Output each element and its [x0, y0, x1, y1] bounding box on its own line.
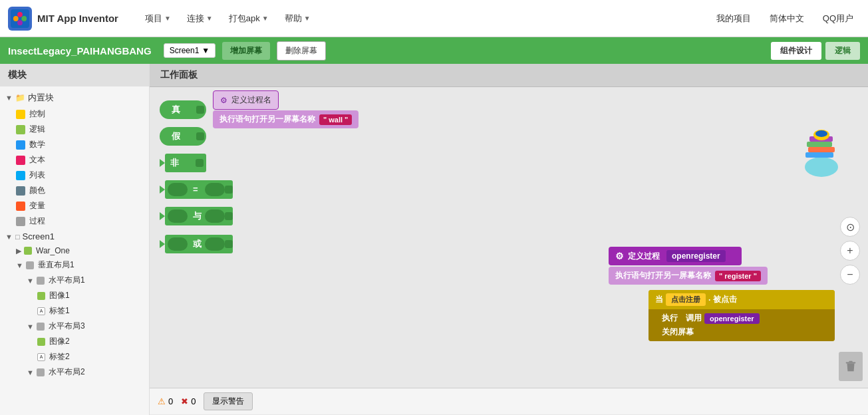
- vertical-layout1-icon: [26, 261, 34, 269]
- bottom-bar: ⚠ 0 ✖ 0 显示警告: [150, 388, 868, 414]
- goto-label: 执行语句打开另一屏幕名称: [219, 114, 315, 125]
- blocks-tree: ▼ 📁 内置块 控制 逻辑 数学: [0, 86, 149, 415]
- true-block[interactable]: 真: [160, 100, 206, 121]
- define-procedure-popup[interactable]: ⚙ 定义过程名: [213, 90, 279, 110]
- category-logic[interactable]: 逻辑: [11, 122, 149, 137]
- view-toggle: 组件设计 逻辑: [771, 42, 860, 60]
- label1-icon: A: [37, 307, 45, 315]
- goto-register-block[interactable]: 执行语句打开另一屏幕名称 " register ": [609, 267, 768, 285]
- remove-screen-button[interactable]: 删除屏幕: [277, 41, 326, 61]
- trash-button[interactable]: [839, 352, 863, 381]
- tree-horiz-layout2[interactable]: ▼ 水平布局2: [21, 364, 149, 380]
- category-list-color: [16, 171, 25, 180]
- app-logo-icon: [8, 7, 32, 31]
- click-dot: ·: [708, 295, 710, 305]
- svg-rect-13: [196, 159, 204, 167]
- blocks-panel-title: 模块: [0, 64, 149, 86]
- svg-rect-7: [196, 106, 204, 114]
- error-indicator: ✖ 0: [181, 396, 196, 406]
- register-button-label: 点击注册: [666, 293, 706, 306]
- tree-horiz-layout3[interactable]: ▼ 水平布局3: [21, 319, 149, 334]
- wall-value: " wall ": [319, 114, 352, 125]
- category-math[interactable]: 数学: [11, 137, 149, 152]
- blocks-panel: 模块 ▼ 📁 内置块 控制 逻辑: [0, 64, 150, 415]
- svg-rect-28: [225, 240, 233, 248]
- builtin-header[interactable]: ▼ 📁 内置块: [0, 89, 149, 106]
- category-color[interactable]: 颜色: [11, 183, 149, 198]
- category-variable[interactable]: 变量: [11, 198, 149, 213]
- tree-label2[interactable]: A 标签2: [32, 349, 149, 364]
- gear-icon: ⚙: [220, 96, 227, 105]
- svg-rect-18: [225, 186, 233, 194]
- false-block[interactable]: 假: [160, 127, 206, 148]
- svg-rect-36: [846, 362, 856, 364]
- call-openregister-name: openregister: [704, 313, 760, 324]
- tree-label1[interactable]: A 标签1: [32, 303, 149, 319]
- add-screen-button[interactable]: 增加屏幕: [222, 42, 270, 60]
- svg-point-35: [815, 130, 827, 137]
- horiz-layout3-icon: [37, 323, 45, 331]
- blocks-view-button[interactable]: 逻辑: [825, 42, 860, 60]
- tree-image1[interactable]: 图像1: [32, 288, 149, 303]
- zoom-reset-button[interactable]: ⊙: [840, 217, 860, 237]
- svg-text:非: 非: [170, 158, 180, 168]
- nav-user[interactable]: QQ用户: [816, 9, 860, 29]
- openregister-name: openregister: [666, 250, 726, 262]
- svg-point-29: [805, 157, 838, 177]
- workspace-canvas[interactable]: 真 假 非: [150, 87, 868, 414]
- nav-right-group: 我的项目 简体中文 QQ用户: [710, 9, 860, 29]
- nav-build[interactable]: 打包apk ▼: [222, 9, 275, 29]
- tree-vertical-layout1[interactable]: ▼ 垂直布局1: [11, 257, 149, 273]
- screen1-header[interactable]: ▼ □ Screen1: [0, 229, 149, 244]
- screen1-section: ▼ □ Screen1 ▶ War_One ▼ 垂直布局1: [0, 229, 149, 380]
- svg-rect-20: [168, 209, 188, 223]
- screen-selector[interactable]: Screen1 ▼: [164, 43, 216, 58]
- main-content: 模块 ▼ 📁 内置块 控制 逻辑: [0, 64, 868, 415]
- nav-help[interactable]: 帮助 ▼: [278, 9, 317, 29]
- goto-screen-block[interactable]: 执行语句打开另一屏幕名称 " wall ": [213, 110, 359, 128]
- click-event-block[interactable]: 当 点击注册 · 被点击 执行 调用 openregister 关闭屏幕: [649, 290, 835, 341]
- category-list[interactable]: 列表: [11, 168, 149, 183]
- define-openregister-block[interactable]: ⚙ 定义过程 openregister: [609, 247, 742, 265]
- zoom-out-button[interactable]: −: [840, 265, 860, 285]
- horiz-layout3-toggle: ▼: [27, 323, 34, 331]
- svg-point-4: [17, 20, 23, 25]
- tree-war-one[interactable]: ▶ War_One: [11, 244, 149, 257]
- not-block[interactable]: 非: [160, 154, 206, 174]
- category-control[interactable]: 控制: [11, 106, 149, 122]
- nav-project-arrow: ▼: [164, 15, 171, 22]
- horiz-layout2-icon: [37, 368, 45, 376]
- nav-my-projects[interactable]: 我的项目: [710, 9, 758, 29]
- svg-rect-25: [168, 237, 188, 251]
- and-block[interactable]: 与: [160, 207, 233, 227]
- category-text-color: [16, 156, 25, 165]
- nav-connect[interactable]: 连接 ▼: [180, 9, 219, 29]
- category-variable-color: [16, 202, 25, 211]
- click-when-label: 当: [655, 294, 663, 305]
- tree-image2[interactable]: 图像2: [32, 334, 149, 349]
- svg-rect-33: [805, 152, 833, 158]
- war-one-toggle: ▶: [16, 247, 21, 255]
- vertical-layout1-toggle: ▼: [16, 261, 23, 269]
- category-procedure[interactable]: 过程: [11, 213, 149, 229]
- zoom-in-button[interactable]: +: [840, 241, 860, 261]
- or-block[interactable]: 或: [160, 235, 233, 255]
- svg-rect-10: [196, 132, 204, 140]
- category-text[interactable]: 文本: [11, 152, 149, 168]
- label2-icon: A: [37, 353, 45, 361]
- svg-rect-31: [807, 142, 832, 147]
- design-view-button[interactable]: 组件设计: [771, 42, 821, 60]
- project-name: InsectLegacy_PAIHANGBANG: [8, 45, 152, 57]
- show-warnings-button[interactable]: 显示警告: [204, 392, 253, 410]
- nav-project[interactable]: 项目 ▼: [138, 9, 178, 29]
- goto-register-label: 执行语句打开另一屏幕名称: [615, 270, 711, 281]
- horiz-layout1-toggle: ▼: [27, 277, 34, 285]
- define-label: 定义过程名: [231, 94, 271, 106]
- category-color-color: [16, 186, 25, 196]
- compare-block[interactable]: =: [160, 180, 233, 201]
- exec-label: 执行: [662, 313, 678, 324]
- workspace-title: 工作面板: [150, 64, 868, 87]
- nav-language[interactable]: 简体中文: [763, 9, 811, 29]
- tree-horiz-layout1[interactable]: ▼ 水平布局1: [21, 273, 149, 288]
- horiz-layout1-content: 图像1 A 标签1: [21, 288, 149, 319]
